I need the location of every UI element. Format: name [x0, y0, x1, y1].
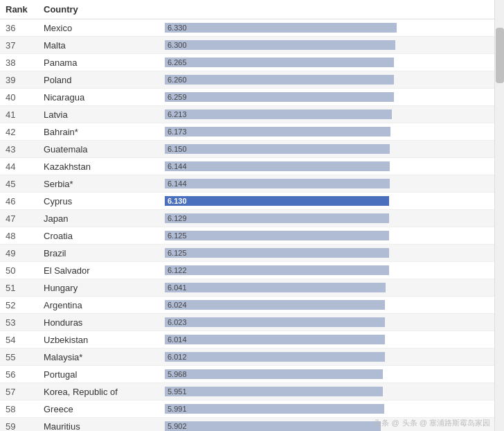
country-cell: Malta [44, 40, 165, 51]
table-row: 38Panama6.265 [0, 54, 504, 71]
table-row: 55Malaysia*6.012 [0, 349, 504, 366]
rank-cell: 41 [6, 109, 44, 120]
table-row: 52Argentina6.024 [0, 297, 504, 314]
bar: 6.300 [165, 40, 395, 50]
country-cell: Cyprus [44, 196, 165, 206]
rank-cell: 55 [6, 352, 44, 362]
bar-cell: 6.024 [165, 299, 498, 311]
bar: 6.173 [165, 127, 390, 137]
rank-cell: 50 [6, 265, 44, 276]
table-row: 42Bahrain*6.173 [0, 123, 504, 141]
bar: 6.150 [165, 144, 390, 154]
bar-cell: 6.259 [165, 91, 498, 103]
country-cell: Portugal [44, 369, 165, 380]
bar-cell: 6.023 [165, 316, 498, 328]
bar-cell: 6.173 [165, 125, 498, 138]
bar: 6.130 [165, 196, 389, 206]
bar-cell: 6.122 [165, 264, 498, 276]
country-cell: Korea, Republic of [44, 387, 165, 397]
bar: 6.122 [165, 265, 389, 275]
table-row: 50El Salvador6.122 [0, 262, 504, 279]
rank-cell: 43 [6, 144, 44, 155]
bar: 6.125 [165, 248, 389, 258]
country-cell: Bahrain* [44, 127, 165, 137]
country-cell: Kazakhstan [44, 161, 165, 172]
bar: 6.144 [165, 161, 390, 171]
table-row: 36Mexico6.330 [0, 19, 504, 37]
country-cell: Croatia [44, 231, 165, 241]
rank-cell: 59 [6, 421, 44, 432]
bar-cell: 5.968 [165, 368, 498, 380]
country-cell: Uzbekistan [44, 335, 165, 345]
bar-cell: 6.150 [165, 143, 498, 155]
bar-cell: 6.041 [165, 281, 498, 294]
rank-cell: 48 [6, 231, 44, 241]
watermark: 头条 @ 头条 @ 塞浦路斯霉岛家园 [374, 418, 490, 428]
scrollbar-thumb[interactable] [496, 28, 504, 83]
bar-cell: 6.260 [165, 73, 498, 86]
rank-cell: 57 [6, 387, 44, 397]
rank-cell: 56 [6, 369, 44, 380]
country-cell: El Salvador [44, 265, 165, 276]
scrollbar[interactable] [494, 0, 504, 431]
bar-cell: 6.300 [165, 39, 498, 51]
bar-cell: 6.012 [165, 351, 498, 363]
country-cell: Mexico [44, 23, 165, 33]
table-header: Rank Country [0, 0, 504, 19]
rows-container: 36Mexico6.33037Malta6.30038Panama6.26539… [0, 19, 504, 431]
rank-cell: 51 [6, 283, 44, 293]
rank-cell: 44 [6, 161, 44, 172]
country-cell: Mauritius [44, 421, 165, 432]
bar-cell: 6.130 [165, 195, 498, 207]
rank-cell: 52 [6, 300, 44, 310]
bar: 6.144 [165, 179, 390, 188]
table-row: 40Nicaragua6.259 [0, 89, 504, 106]
country-cell: Greece [44, 404, 165, 414]
table-row: 56Portugal5.968 [0, 366, 504, 383]
country-cell: Hungary [44, 283, 165, 293]
bar-cell: 6.144 [165, 177, 498, 190]
rank-cell: 58 [6, 404, 44, 414]
table-row: 43Guatemala6.150 [0, 141, 504, 158]
data-table: Rank Country 36Mexico6.33037Malta6.30038… [0, 0, 504, 431]
main-container: Rank Country 36Mexico6.33037Malta6.30038… [0, 0, 504, 431]
table-row: 57Korea, Republic of5.951 [0, 383, 504, 401]
country-cell: Argentina [44, 300, 165, 310]
country-cell: Brazil [44, 248, 165, 258]
bar: 6.024 [165, 300, 385, 310]
bar-cell: 6.213 [165, 108, 498, 121]
country-cell: Japan [44, 213, 165, 224]
table-row: 49Brazil6.125 [0, 245, 504, 262]
country-cell: Guatemala [44, 144, 165, 155]
table-row: 44Kazakhstan6.144 [0, 158, 504, 175]
bar: 6.125 [165, 231, 389, 240]
bar: 5.991 [165, 404, 384, 414]
table-row: 41Latvia6.213 [0, 106, 504, 123]
rank-cell: 45 [6, 179, 44, 189]
table-row: 54Uzbekistan6.014 [0, 331, 504, 349]
table-row: 46Cyprus6.130 [0, 193, 504, 210]
table-row: 39Poland6.260 [0, 71, 504, 89]
table-row: 53Honduras6.023 [0, 314, 504, 331]
country-cell: Latvia [44, 109, 165, 120]
bar: 5.968 [165, 369, 383, 379]
bar: 6.129 [165, 213, 389, 223]
rank-cell: 40 [6, 92, 44, 103]
bar: 6.023 [165, 317, 385, 327]
rank-cell: 49 [6, 248, 44, 258]
bar-cell: 6.144 [165, 160, 498, 173]
bar-cell: 6.125 [165, 229, 498, 242]
rank-cell: 42 [6, 127, 44, 137]
bar-cell: 6.129 [165, 212, 498, 225]
table-row: 47Japan6.129 [0, 210, 504, 227]
table-row: 45Serbia*6.144 [0, 175, 504, 193]
watermark-icon: 头条 @ [374, 418, 399, 428]
bar-cell: 6.014 [165, 333, 498, 346]
rank-cell: 36 [6, 23, 44, 33]
rank-cell: 39 [6, 75, 44, 85]
bar-cell: 6.265 [165, 56, 498, 69]
rank-header: Rank [6, 4, 44, 15]
bar: 6.260 [165, 75, 394, 85]
country-cell: Malaysia* [44, 352, 165, 362]
rank-cell: 47 [6, 213, 44, 224]
